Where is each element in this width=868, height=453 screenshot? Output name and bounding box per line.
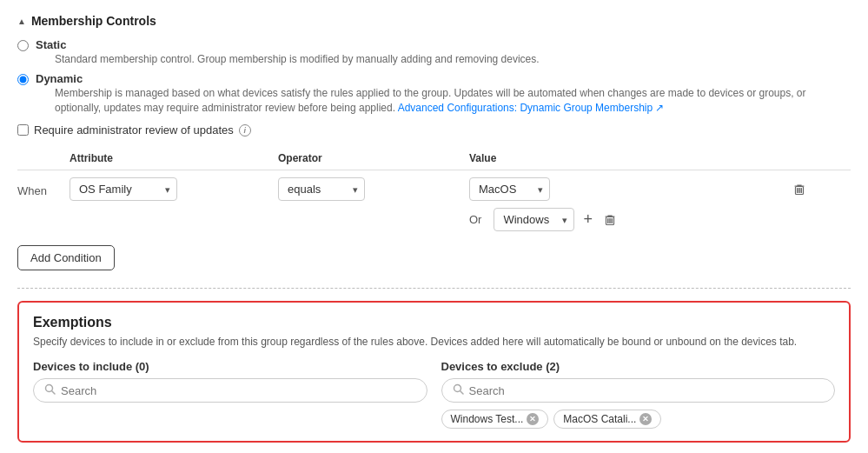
when-label: When [17,181,70,197]
col-value: Value [469,152,782,164]
value-select-wrapper-macos: MacOS Windows Linux iOS Android [469,177,782,201]
trash-icon [792,183,806,197]
include-search-icon [44,383,56,397]
svg-rect-0 [797,188,798,193]
add-or-value-button[interactable]: + [581,209,594,230]
svg-rect-4 [607,218,609,223]
when-row-actions [782,181,834,198]
info-icon[interactable]: i [239,124,251,137]
add-condition-button[interactable]: Add Condition [17,245,115,270]
svg-rect-5 [609,218,611,223]
attribute-select[interactable]: OS Family OS Version Device Name Serial … [70,177,177,201]
exclude-search-icon [453,383,464,397]
static-label[interactable]: Static [36,38,66,51]
condition-row-when: When OS Family OS Version Device Name Se… [17,177,851,201]
svg-line-9 [52,391,56,395]
or-label-row: Or Windows MacOS Linux iOS Android + [469,208,782,231]
checkbox-row: Require administrator review of updates … [17,123,851,137]
chevron-up-icon: ▲ [17,17,26,26]
section-title: Membership Controls [31,14,156,28]
dynamic-label[interactable]: Dynamic [36,72,83,85]
operator-dropdown[interactable]: equals not equals contains starts with [278,177,365,201]
exclude-column: Devices to exclude (2) Windows Test... ✕ [441,360,836,429]
svg-rect-2 [801,188,803,193]
or-row: Or Windows MacOS Linux iOS Android + [17,208,851,231]
static-radio[interactable] [17,40,29,51]
value-dropdown-windows[interactable]: Windows MacOS Linux iOS Android [494,208,574,231]
static-desc: Standard membership control. Group membe… [55,52,540,67]
svg-rect-6 [611,218,613,223]
exemptions-box: Exemptions Specify devices to include in… [17,301,851,443]
dynamic-desc: Membership is managed based on what devi… [55,86,851,116]
include-col-title: Devices to include (0) [33,360,427,373]
conditions-header: Attribute Operator Value [17,149,851,170]
exemptions-desc: Specify devices to include in or exclude… [33,334,835,350]
value-dropdown-macos[interactable]: MacOS Windows Linux iOS Android [469,177,550,201]
exclude-search-input[interactable] [469,384,825,397]
page-container: ▲ Membership Controls Static Standard me… [0,0,868,453]
checkbox-label[interactable]: Require administrator review of updates [34,123,234,137]
delete-when-row-button[interactable] [791,181,808,198]
include-column: Devices to include (0) [33,360,427,429]
static-radio-item: Static Standard membership control. Grou… [17,38,851,67]
dashed-divider [17,288,851,289]
include-search-input[interactable] [61,384,416,397]
tag-macos-catali: MacOS Catali... ✕ [553,410,661,429]
tag-macos-label: MacOS Catali... [563,413,636,425]
tag-windows-test: Windows Test... ✕ [441,410,549,429]
exemptions-columns: Devices to include (0) Devices to exclud… [33,360,835,429]
exemptions-title: Exemptions [33,315,835,330]
tag-windows-close[interactable]: ✕ [527,413,539,425]
trash-icon-or [603,213,617,227]
tags-row: Windows Test... ✕ MacOS Catali... ✕ [441,410,836,429]
radio-group: Static Standard membership control. Grou… [17,38,851,115]
include-search-wrapper [33,378,427,403]
attribute-select-wrapper: OS Family OS Version Device Name Serial … [70,177,278,201]
svg-rect-1 [798,188,800,193]
admin-review-checkbox[interactable] [17,124,29,136]
value-select-windows[interactable]: Windows MacOS Linux iOS Android [494,208,574,231]
exclude-col-title: Devices to exclude (2) [441,360,836,373]
operator-select[interactable]: equals not equals contains starts with [278,177,365,201]
dynamic-link[interactable]: Advanced Configurations: Dynamic Group M… [398,102,665,114]
tag-windows-label: Windows Test... [451,413,524,425]
exclude-search-wrapper [441,378,836,403]
section-header: ▲ Membership Controls [17,14,851,28]
col-attribute: Attribute [70,152,278,164]
attribute-dropdown[interactable]: OS Family OS Version Device Name Serial … [70,177,177,201]
dynamic-radio[interactable] [17,74,29,85]
or-text: Or [469,213,481,226]
dynamic-radio-item: Dynamic Membership is managed based on w… [17,72,851,116]
operator-select-wrapper: equals not equals contains starts with [278,177,469,201]
col-operator: Operator [278,152,469,164]
value-select-macos[interactable]: MacOS Windows Linux iOS Android [469,177,550,201]
tag-macos-close[interactable]: ✕ [639,413,652,425]
delete-or-row-button[interactable] [601,211,619,229]
svg-line-11 [460,391,463,395]
